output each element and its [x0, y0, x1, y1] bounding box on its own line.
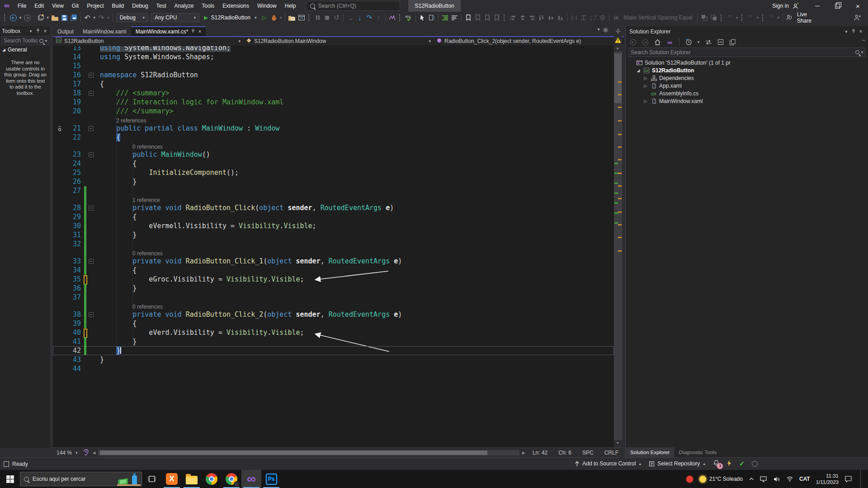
format-indent-button[interactable]: [440, 13, 450, 23]
code-health-check-icon[interactable]: ✓: [739, 460, 745, 467]
collapse-toggle-icon[interactable]: −: [89, 152, 94, 157]
keyboard-layout-indicator[interactable]: CAT: [799, 476, 810, 482]
collapse-toggle-icon[interactable]: −: [89, 206, 94, 211]
clear-bookmarks-button[interactable]: [492, 13, 501, 23]
split-window-handle[interactable]: [614, 26, 622, 36]
code-line-22[interactable]: 22 {: [53, 133, 614, 142]
menu-window[interactable]: Window: [253, 0, 281, 12]
make-same-width-button[interactable]: *: [569, 13, 579, 23]
show-next-statement-button[interactable]: →: [345, 13, 355, 23]
scrollbar-thumb[interactable]: [614, 53, 622, 103]
restore-button[interactable]: [827, 0, 848, 12]
tree-item-solution-s12radiobutton-1-of-1-pr[interactable]: Solution 'S12RadioButton' (1 of 1 pr: [626, 59, 868, 66]
cursor-tool-button[interactable]: [417, 13, 427, 23]
solution-explorer-pin-icon[interactable]: [850, 28, 857, 35]
solution-explorer-close-icon[interactable]: ×: [857, 28, 864, 35]
live-share-icon[interactable]: [785, 13, 794, 23]
status-column-number[interactable]: Ch: 6: [553, 450, 577, 456]
action-center-icon[interactable]: [844, 475, 852, 483]
code-line-17[interactable]: 17{: [53, 80, 614, 89]
tab-pin-icon[interactable]: [191, 28, 195, 35]
file-health-warning-icon[interactable]: [614, 37, 622, 44]
editor-vertical-scrollbar[interactable]: ▲ ▼: [614, 26, 622, 447]
document-outline-button[interactable]: [427, 13, 436, 23]
code-line-16[interactable]: 16−namespace S12RadioButton: [53, 70, 614, 80]
align-middles-button[interactable]: [546, 13, 556, 23]
se-show-all-files-button[interactable]: [728, 37, 737, 47]
collapse-toggle-icon[interactable]: −: [89, 91, 94, 96]
tray-display-icon[interactable]: [760, 475, 767, 483]
scrollbar-track[interactable]: [614, 52, 622, 440]
tree-item-assemblyinfo-cs[interactable]: C#AssemblyInfo.cs: [626, 89, 868, 97]
zoom-dropdown[interactable]: 144 % ▾: [53, 450, 81, 456]
open-folder-button[interactable]: [50, 13, 60, 23]
menu-test[interactable]: Test: [152, 0, 170, 12]
step-out-button[interactable]: ↑: [374, 13, 383, 23]
code-line-29[interactable]: 29 {: [53, 212, 614, 221]
se-collapse-all-button[interactable]: [716, 37, 725, 47]
save-button[interactable]: [60, 13, 69, 23]
code-line-24[interactable]: 24 {: [53, 159, 614, 168]
taskbar-xampp-icon[interactable]: X: [162, 470, 182, 488]
toolbox-section-general[interactable]: ◢ General: [0, 46, 51, 53]
tray-network-icon[interactable]: [786, 475, 793, 483]
menu-help[interactable]: Help: [281, 0, 300, 12]
code-line-27[interactable]: 27: [53, 186, 614, 195]
navigate-back-button[interactable]: [9, 13, 18, 23]
code-line-19[interactable]: 19 /// Interaction logic for MainWindow.…: [53, 98, 614, 107]
code-line-37[interactable]: 37: [53, 293, 614, 302]
platform-dropdown[interactable]: Any CPU▾: [151, 13, 199, 22]
panel-tab-diagnostic-tools[interactable]: Diagnostic Tools: [675, 447, 722, 457]
size-to-grid-button[interactable]: [598, 13, 607, 23]
taskbar-weather-widget[interactable]: 21°C Soleado: [699, 476, 743, 483]
sign-in-button[interactable]: Sign in: [772, 3, 799, 9]
code-line-30[interactable]: 30 eVermell.Visibility = Visibility.Visi…: [53, 221, 614, 230]
toolbox-close-icon[interactable]: ×: [42, 28, 49, 34]
hscroll-left-arrow[interactable]: ◀: [91, 450, 98, 455]
menu-edit[interactable]: Edit: [30, 0, 48, 12]
menu-git[interactable]: Git: [68, 0, 83, 12]
undo-dropdown[interactable]: ▾: [92, 15, 97, 20]
close-button[interactable]: ×: [848, 0, 868, 12]
start-without-debugging-button[interactable]: ▷: [259, 13, 269, 23]
tab-output[interactable]: Output: [53, 26, 78, 36]
notifications-bell-button[interactable]: 3: [713, 460, 720, 468]
se-back-button[interactable]: [628, 37, 638, 47]
tree-item-dependencies[interactable]: ▷Dependencies: [626, 74, 868, 82]
editor-options-gear-icon[interactable]: [603, 27, 609, 34]
code-line-20[interactable]: 20 /// </summary>: [53, 107, 614, 116]
add-to-source-control-button[interactable]: Add to Source Control ▲: [575, 460, 642, 467]
stop-button[interactable]: [322, 13, 332, 23]
se-sync-with-active-document-button[interactable]: [703, 37, 713, 47]
toolbox-search-input[interactable]: Search Toolbox ▾: [1, 36, 49, 45]
solution-explorer-search-input[interactable]: Search Solution Explorer ▾: [628, 47, 865, 57]
step-into-button[interactable]: ↓: [355, 13, 364, 23]
align-bottoms-button[interactable]: [556, 13, 565, 23]
tree-expander-icon[interactable]: ▷: [643, 84, 648, 88]
navigate-forward-button[interactable]: [23, 13, 32, 23]
code-editor[interactable]: 13using System.Windows.Navigation;14usin…: [53, 45, 614, 447]
menu-extensions[interactable]: Extensions: [218, 0, 253, 12]
code-line-13[interactable]: 13using System.Windows.Navigation;: [53, 46, 614, 52]
task-view-button[interactable]: [142, 470, 162, 488]
save-all-button[interactable]: [69, 13, 79, 23]
breadcrumb-dropdown-icon[interactable]: ▾: [238, 39, 241, 43]
format-paragraph-button[interactable]: [450, 13, 459, 23]
show-desktop-button[interactable]: [860, 470, 863, 488]
sync-status-icon[interactable]: [752, 461, 758, 467]
menu-project[interactable]: Project: [83, 0, 108, 12]
se-home-button[interactable]: [653, 37, 662, 47]
toolbox-dropdown-icon[interactable]: ▾: [27, 29, 34, 33]
code-line-34[interactable]: 34 {: [53, 266, 614, 275]
prev-bookmark-button[interactable]: [473, 13, 482, 23]
se-pending-changes-filter-button[interactable]: [684, 37, 693, 47]
code-line-18[interactable]: 18− /// <summary>: [53, 89, 614, 98]
code-line-32[interactable]: 32: [53, 239, 614, 249]
code-line-14[interactable]: 14using System.Windows.Shapes;: [53, 52, 614, 61]
code-line-44[interactable]: 44: [53, 364, 614, 373]
tab-mainwindow-xaml[interactable]: MainWindow.xaml: [78, 26, 131, 36]
code-line-23[interactable]: 23− public MainWindow(): [53, 150, 614, 159]
se-filter-dropdown[interactable]: ▾: [696, 40, 701, 44]
configuration-dropdown[interactable]: Debug▾: [116, 13, 148, 22]
status-spaces-mode[interactable]: SPC: [577, 450, 599, 456]
